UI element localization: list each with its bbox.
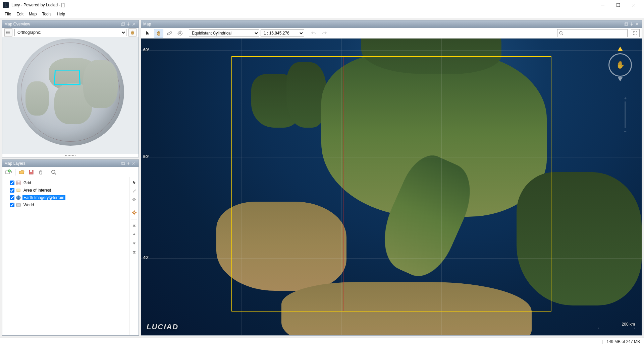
lat-label-40: 40° xyxy=(143,255,149,260)
menu-edit[interactable]: Edit xyxy=(14,11,26,17)
menubar: File Edit Map Tools Help xyxy=(0,10,644,18)
map-projection-select[interactable]: Equidistant Cylindrical xyxy=(189,29,259,37)
panel-resize-handle[interactable]: •••••••• xyxy=(2,154,139,157)
map-canvas[interactable]: 60° 50° 40° ✋ ＋ － LUCIAD 200 km xyxy=(141,39,642,335)
scalebar-line xyxy=(598,328,635,329)
panel-pin-button[interactable] xyxy=(126,21,131,27)
panel-map-layers: Map Layers ▾ Grid xyxy=(2,159,139,336)
layer-row-world[interactable]: World xyxy=(4,201,128,209)
panel-header-layers: Map Layers xyxy=(2,160,139,167)
lat-label-60: 60° xyxy=(143,48,149,52)
zoom-track[interactable] xyxy=(625,101,626,128)
pin-icon xyxy=(630,22,633,26)
overview-projection-select[interactable]: Orthographic xyxy=(14,29,126,36)
svg-line-25 xyxy=(55,173,56,175)
aoi-rectangle[interactable] xyxy=(231,56,552,312)
default-cursor-button[interactable] xyxy=(143,29,153,38)
move-bottom-icon xyxy=(132,250,136,254)
add-layer-button[interactable]: ▾ xyxy=(4,168,13,176)
svg-line-46 xyxy=(170,32,170,33)
compass-ring[interactable]: ✋ xyxy=(608,53,632,77)
map-scale-select[interactable]: 1 : 16,845,276 xyxy=(261,29,304,37)
layer-row-grid[interactable]: Grid xyxy=(4,179,128,187)
map-zoom-control[interactable]: ＋ － xyxy=(622,95,628,134)
svg-rect-43 xyxy=(167,31,172,35)
svg-point-48 xyxy=(179,32,181,34)
move-down-icon xyxy=(132,241,136,245)
magnifier-icon xyxy=(51,169,56,175)
move-up-icon xyxy=(132,232,136,236)
zoom-in-button[interactable]: ＋ xyxy=(623,95,628,101)
layer-settings-button[interactable] xyxy=(130,209,138,216)
panel-close-button[interactable] xyxy=(634,21,640,27)
layer-checkbox[interactable] xyxy=(10,203,14,207)
close-button[interactable] xyxy=(626,0,641,10)
ruler-button[interactable] xyxy=(165,29,174,38)
overview-recenter-button[interactable] xyxy=(128,28,137,37)
app-icon: L xyxy=(3,2,9,8)
panel-pin-button[interactable] xyxy=(629,21,634,27)
lat-label-50: 50° xyxy=(143,154,149,159)
map-compass[interactable]: ✋ xyxy=(607,47,634,90)
panel-map-overview: Map Overview Orthographic xyxy=(2,20,139,157)
panel-close-button[interactable] xyxy=(131,21,137,27)
move-top-button[interactable] xyxy=(130,222,138,229)
label-tool-button[interactable] xyxy=(130,196,138,203)
minimize-icon xyxy=(601,3,604,7)
svg-line-45 xyxy=(169,32,169,33)
overview-globe-view[interactable] xyxy=(2,37,139,154)
move-down-button[interactable] xyxy=(130,239,138,247)
fit-layer-button[interactable] xyxy=(49,168,58,176)
select-tool-button[interactable] xyxy=(130,179,138,186)
layer-label: Earth Imagery@terrain xyxy=(22,195,65,200)
map-search-box[interactable] xyxy=(557,29,628,37)
cursor-icon xyxy=(132,180,136,184)
map-search-input[interactable] xyxy=(565,31,626,36)
menu-map[interactable]: Map xyxy=(26,11,39,17)
maximize-button[interactable] xyxy=(610,0,626,10)
panel-pin-button[interactable] xyxy=(126,161,131,166)
undock-icon xyxy=(625,22,628,26)
menu-file[interactable]: File xyxy=(2,11,14,17)
open-layer-button[interactable] xyxy=(17,168,26,176)
redo-icon xyxy=(322,30,327,36)
pin-icon xyxy=(127,162,130,165)
tag-icon xyxy=(132,198,136,202)
panel-undock-button[interactable] xyxy=(120,21,126,27)
undo-button[interactable] xyxy=(309,29,318,38)
map-projection-select-wrap: Equidistant Cylindrical xyxy=(189,29,259,37)
status-memory: 149 MB of 247 MB xyxy=(607,339,640,344)
target-icon xyxy=(177,30,183,36)
layer-row-aoi[interactable]: Area of Interest xyxy=(4,187,128,194)
move-bottom-button[interactable] xyxy=(130,248,138,256)
menu-tools[interactable]: Tools xyxy=(39,11,54,17)
content-area: Map Overview Orthographic xyxy=(0,18,644,338)
minimize-button[interactable] xyxy=(595,0,610,10)
panel-undock-button[interactable] xyxy=(120,161,126,166)
scalebar-label: 200 km xyxy=(622,322,635,327)
pan-button[interactable] xyxy=(154,29,163,38)
center-button[interactable] xyxy=(175,29,185,38)
edit-tool-button[interactable] xyxy=(130,187,138,195)
pin-icon xyxy=(127,22,130,26)
panel-undock-button[interactable] xyxy=(624,21,629,27)
panel-close-button[interactable] xyxy=(131,161,137,166)
overview-layer-tree-button[interactable] xyxy=(4,28,12,37)
delete-layer-button[interactable] xyxy=(36,168,45,176)
layers-side-tools xyxy=(129,177,139,335)
zoom-out-button[interactable]: － xyxy=(623,129,628,134)
layer-checkbox[interactable] xyxy=(10,181,14,185)
hand-icon: ✋ xyxy=(616,61,625,69)
redo-button[interactable] xyxy=(320,29,329,38)
svg-rect-26 xyxy=(16,181,20,185)
overview-toolbar: Orthographic xyxy=(2,28,139,37)
menu-help[interactable]: Help xyxy=(54,11,68,17)
layer-checkbox[interactable] xyxy=(10,195,14,200)
fullscreen-button[interactable] xyxy=(631,29,640,37)
move-up-button[interactable] xyxy=(130,231,138,238)
svg-rect-23 xyxy=(30,170,32,172)
save-layer-button[interactable] xyxy=(27,168,36,176)
layer-row-earth-imagery[interactable]: Earth Imagery@terrain xyxy=(4,194,128,201)
layer-checkbox[interactable] xyxy=(10,188,14,193)
panel-title-layers: Map Layers xyxy=(4,161,120,166)
